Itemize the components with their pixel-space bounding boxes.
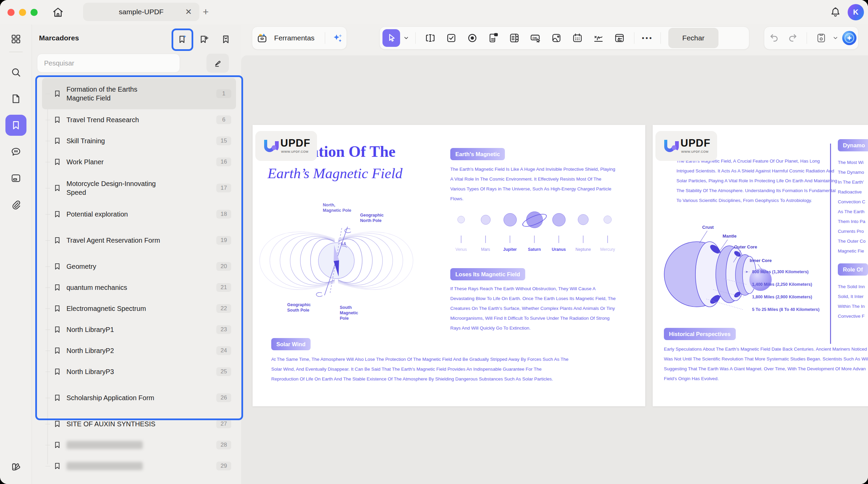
toolbar-divider [415,32,416,44]
column-divider [830,144,831,344]
paragraph-line: Suggesting That The Earth Was A Giant Ma… [664,364,868,374]
planet-tick [558,236,559,243]
bookmark-row[interactable]: 28 [42,434,236,455]
bookmarks-panel-icon[interactable] [5,115,26,136]
new-tab-icon[interactable]: + [203,6,209,18]
ai-bookmark-icon[interactable] [174,31,191,48]
bookmark-row[interactable]: Motorcycle Design-Innovating Speed 17 [42,172,236,204]
tab-close-icon[interactable]: ✕ [185,7,192,17]
bookmark-row[interactable]: Potential exploration 18 [42,204,236,225]
planet-label: Venus [455,247,467,252]
form-tools-card: OK [379,26,749,50]
tools-button[interactable]: Ferramentas [274,34,315,42]
bookmark-row[interactable]: Scholarship Application Form 26 [42,382,236,413]
checkbox-tool[interactable] [442,29,460,47]
paragraph-line: Solid, It Inter [838,292,868,301]
bookmark-row[interactable]: SITE OF AUXIN SYNTHESIS 27 [42,413,236,434]
ai-sparkles-icon[interactable] [331,29,345,47]
notifications-bell-icon[interactable] [829,6,842,18]
bookmark-page-badge: 18 [216,210,231,219]
list-box-tool[interactable] [506,29,523,47]
close-editor-button[interactable]: Fechar [668,28,718,48]
signature-field-tool[interactable] [611,29,628,47]
bookmark-label: SITE OF AUXIN SYNTHESIS [66,420,155,428]
bookmark-row[interactable]: Work Planer 16 [42,151,236,172]
bookmark-row[interactable]: Travel Trend Reasearch 6 [42,109,236,130]
svg-text:Magnetic Pole: Magnetic Pole [323,208,351,213]
brand-site: WWW.UPDF.COM [681,150,709,153]
text-field-tool[interactable] [421,29,439,47]
paragraph-line: Field's Origin Has Evolved. [664,374,868,384]
add-bookmark-icon[interactable] [195,31,213,48]
planet-circle [604,216,612,224]
dropdown-field-tool[interactable] [485,29,502,47]
select-cursor-tool[interactable] [382,29,400,47]
attachments-paperclip-icon[interactable] [5,194,26,215]
bookmark-icon [53,367,62,376]
redo-icon[interactable] [784,29,802,47]
svg-text:Geographic: Geographic [287,302,311,307]
pdf-page-2[interactable]: UPDF WWW.UPDF.COM The Earth's Magnetic F… [653,125,868,406]
bookmark-page-badge: 15 [216,136,231,145]
paragraph-line: Magnetic Fie [838,246,868,256]
search-icon[interactable] [5,62,26,83]
bookmark-list: Formation of the Earths Magnetic Field 1… [42,78,236,477]
bookmark-row[interactable]: 29 [42,455,236,477]
bookmark-page-badge: 24 [216,346,231,355]
svg-text:5 To 25 Miles (8 To 40 Kilomet: 5 To 25 Miles (8 To 40 Kilometers) [752,307,820,312]
bookmark-row[interactable]: North LibraryP2 24 [42,340,236,361]
form-fields-icon[interactable] [5,168,26,189]
toolbar-divider [634,32,634,44]
save-chevron-icon[interactable] [831,34,840,42]
document-canvas[interactable]: Formation Of The Earth’s Magnetic Field … [241,55,868,484]
bookmark-row[interactable]: North LibraryP1 23 [42,319,236,340]
minimize-window-button[interactable] [19,9,26,16]
paragraph-line: The Most Wi [838,157,868,167]
planet-tick [534,236,535,243]
bookmark-row[interactable]: Electromagnetic Spectrum 22 [42,298,236,319]
comments-icon[interactable] [5,141,26,162]
toolbox-icon[interactable] [255,29,269,47]
paragraph-line: Radioactive [838,187,868,197]
bookmark-row[interactable]: quantum mechanics 21 [42,277,236,298]
save-icon[interactable] [812,29,830,47]
bookmark-row[interactable]: Geometry 20 [42,256,236,277]
thumbnails-grid-icon[interactable] [5,29,26,50]
document-tab[interactable]: sample-UPDF ✕ [83,3,199,21]
bookmark-icon [53,420,62,428]
close-window-button[interactable] [7,9,15,16]
bookmark-row[interactable]: Formation of the Earths Magnetic Field 1 [42,78,236,109]
search-input[interactable] [37,54,180,73]
signature-tool[interactable] [590,29,607,47]
updf-ai-icon[interactable] [842,30,857,46]
planet-item: Neptune [572,209,594,252]
page-thumbnails-icon[interactable] [5,88,26,109]
planet-item: Mars [475,209,496,252]
collapse-bookmarks-icon[interactable] [217,31,235,48]
bookmark-label: Travel Agent Reservation Form [66,236,160,245]
undo-icon[interactable] [765,29,783,47]
bookmark-icon [53,210,62,219]
button-field-tool[interactable]: OK [527,29,544,47]
pdf-page-1[interactable]: Formation Of The Earth’s Magnetic Field … [253,125,645,406]
cursor-tool-chevron-icon[interactable] [402,34,411,42]
date-field-tool[interactable] [569,29,586,47]
radio-button-tool[interactable] [463,29,481,47]
home-icon[interactable] [52,6,64,19]
earth-core-diagram: Crust Mantle Outer Core Inner Core 800 M… [659,217,828,323]
bookmark-label: Scholarship Application Form [66,393,154,402]
image-field-tool[interactable] [548,29,565,47]
user-avatar[interactable]: K [848,4,864,20]
bookmark-page-badge: 17 [216,184,231,192]
edit-pencil-icon[interactable] [206,54,229,73]
brand-site: WWW.UPDF.COM [281,150,309,153]
bookmark-row[interactable]: Skill Training 15 [42,130,236,151]
planet-label: Neptune [575,247,591,252]
title-bar: sample-UPDF ✕ + K [0,0,868,24]
theme-swatches-icon[interactable] [5,456,26,477]
zoom-window-button[interactable] [31,9,38,16]
more-tools-icon[interactable]: ••• [642,34,653,42]
bookmark-row[interactable]: Travel Agent Reservation Form 19 [42,225,236,256]
svg-text:North,: North, [323,203,335,207]
bookmark-row[interactable]: North LibraryP3 25 [42,361,236,382]
